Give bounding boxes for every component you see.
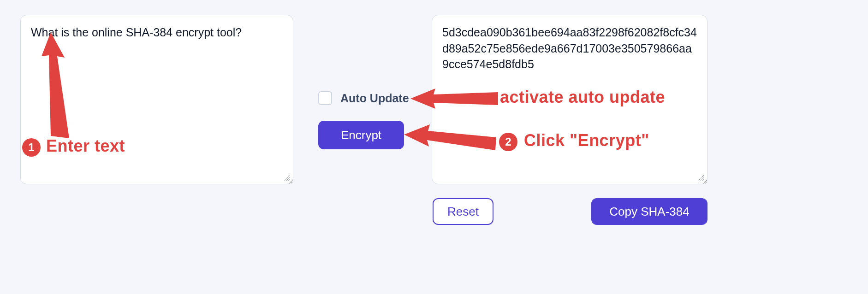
auto-update-checkbox[interactable] <box>318 91 332 105</box>
auto-update-label: Auto Update <box>340 92 409 105</box>
output-hash-value: 5d3cdea090b361bee694aa83f2298f62082f8cfc… <box>442 26 697 71</box>
reset-button[interactable]: Reset <box>433 198 493 225</box>
input-text-value: What is the online SHA-384 encrypt tool? <box>31 26 242 39</box>
copy-sha384-button[interactable]: Copy SHA-384 <box>591 198 707 225</box>
output-textarea[interactable]: 5d3cdea090b361bee694aa83f2298f62082f8cfc… <box>432 15 707 184</box>
auto-update-row: Auto Update <box>318 91 410 105</box>
input-textarea[interactable]: What is the online SHA-384 encrypt tool? <box>20 15 293 184</box>
controls-column: Auto Update Encrypt <box>318 91 410 149</box>
encrypt-button[interactable]: Encrypt <box>318 121 404 149</box>
